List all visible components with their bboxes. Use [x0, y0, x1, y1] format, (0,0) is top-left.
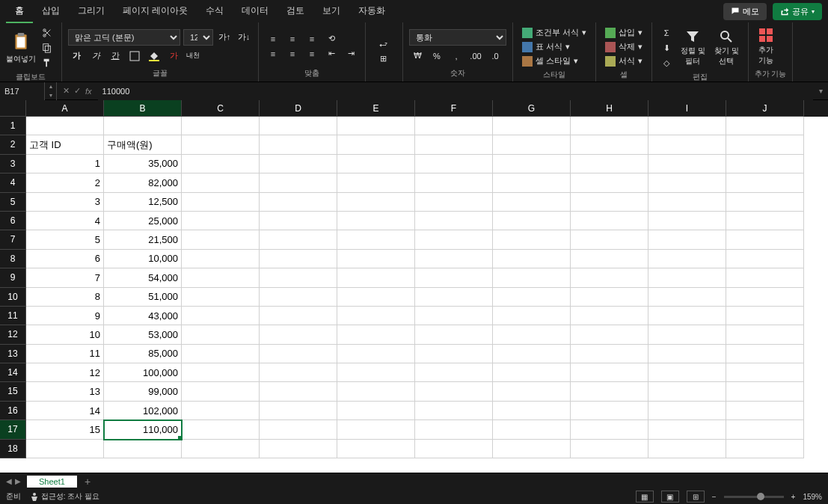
cell-B7[interactable]: 21,500: [104, 230, 182, 249]
cell-E3[interactable]: [337, 155, 415, 173]
cell-I12[interactable]: [648, 325, 726, 344]
cell-G18[interactable]: [493, 440, 571, 458]
cell-D12[interactable]: [260, 325, 337, 344]
addins-button[interactable]: 추가 기능: [755, 25, 777, 67]
cell-E12[interactable]: [337, 325, 415, 344]
cell-G7[interactable]: [493, 230, 571, 249]
cell-G9[interactable]: [493, 268, 571, 287]
cancel-formula-icon[interactable]: ✕: [63, 86, 70, 96]
cell-I9[interactable]: [648, 268, 726, 287]
cell-B15[interactable]: 99,000: [104, 382, 182, 401]
cell-C13[interactable]: [182, 345, 260, 363]
cell-J8[interactable]: [726, 250, 804, 268]
spreadsheet-grid[interactable]: ABCDEFGHIJ 123456789101112131415161718 고…: [0, 100, 828, 473]
cell-H13[interactable]: [571, 345, 648, 363]
sort-filter-button[interactable]: 정렬 및 필터: [678, 28, 708, 68]
cell-J3[interactable]: [726, 155, 804, 173]
cell-I15[interactable]: [648, 382, 726, 401]
underline-button[interactable]: 간: [107, 49, 123, 64]
share-button[interactable]: 공유 ▾: [773, 3, 822, 20]
cell-H5[interactable]: [571, 193, 648, 212]
zoom-slider[interactable]: [724, 496, 784, 498]
cell-E8[interactable]: [337, 250, 415, 268]
cell-C10[interactable]: [182, 288, 260, 307]
formula-input[interactable]: [98, 82, 813, 100]
cell-F10[interactable]: [415, 288, 493, 307]
cell-C5[interactable]: [182, 193, 260, 212]
decrease-decimal-button[interactable]: .0: [487, 49, 503, 64]
row-header-2[interactable]: 2: [0, 135, 26, 154]
cell-J12[interactable]: [726, 325, 804, 344]
cell-G11[interactable]: [493, 307, 571, 325]
paste-button[interactable]: 붙여넣기: [6, 31, 36, 64]
align-top-button[interactable]: ≡: [265, 31, 281, 46]
row-header-1[interactable]: 1: [0, 117, 26, 135]
name-box-stepper[interactable]: ▴▾: [45, 82, 57, 100]
cell-A8[interactable]: 6: [26, 250, 104, 268]
cell-G14[interactable]: [493, 363, 571, 382]
cell-J2[interactable]: [726, 135, 804, 154]
cell-B5[interactable]: 12,500: [104, 193, 182, 212]
cell-D11[interactable]: [260, 307, 337, 325]
find-select-button[interactable]: 찾기 및 선택: [711, 28, 742, 68]
cell-I13[interactable]: [648, 345, 726, 363]
format-painter-button[interactable]: [39, 55, 55, 70]
zoom-level[interactable]: 159%: [803, 493, 822, 501]
cell-F18[interactable]: [415, 440, 493, 458]
cell-G4[interactable]: [493, 173, 571, 192]
column-header-G[interactable]: G: [493, 100, 571, 117]
cell-I6[interactable]: [648, 212, 726, 230]
font-name-select[interactable]: 맑은 고딕 (본문): [68, 29, 180, 46]
cell-D1[interactable]: [260, 117, 337, 135]
cell-G3[interactable]: [493, 155, 571, 173]
select-all-corner[interactable]: [0, 100, 26, 117]
cell-E13[interactable]: [337, 345, 415, 363]
cell-I18[interactable]: [648, 440, 726, 458]
number-format-select[interactable]: 통화: [409, 29, 506, 46]
cell-E14[interactable]: [337, 363, 415, 382]
cell-A3[interactable]: 1: [26, 155, 104, 173]
column-header-D[interactable]: D: [260, 100, 337, 117]
cell-H18[interactable]: [571, 440, 648, 458]
row-header-14[interactable]: 14: [0, 363, 26, 382]
cell-C14[interactable]: [182, 363, 260, 382]
insert-cells-button[interactable]: 삽입 ▾: [602, 25, 645, 40]
row-header-5[interactable]: 5: [0, 193, 26, 212]
page-break-button[interactable]: ⊞: [687, 491, 705, 503]
bold-button[interactable]: 가: [68, 49, 85, 64]
cell-D10[interactable]: [260, 288, 337, 307]
cell-F16[interactable]: [415, 402, 493, 420]
cell-G5[interactable]: [493, 193, 571, 212]
cell-H17[interactable]: [571, 420, 648, 439]
cell-D16[interactable]: [260, 402, 337, 420]
formula-expand-button[interactable]: ▾: [813, 87, 828, 95]
fill-color-button[interactable]: [146, 49, 162, 64]
cell-B13[interactable]: 85,000: [104, 345, 182, 363]
cell-A2[interactable]: 고객 ID: [26, 135, 104, 154]
row-header-8[interactable]: 8: [0, 250, 26, 268]
cell-J11[interactable]: [726, 307, 804, 325]
cell-A6[interactable]: 4: [26, 212, 104, 230]
cell-B14[interactable]: 100,000: [104, 363, 182, 382]
cell-E15[interactable]: [337, 382, 415, 401]
cell-F7[interactable]: [415, 230, 493, 249]
cell-C9[interactable]: [182, 268, 260, 287]
cell-J1[interactable]: [726, 117, 804, 135]
cell-I1[interactable]: [648, 117, 726, 135]
add-sheet-button[interactable]: +: [77, 476, 98, 488]
cell-D18[interactable]: [260, 440, 337, 458]
cell-D9[interactable]: [260, 268, 337, 287]
cell-F5[interactable]: [415, 193, 493, 212]
cell-A5[interactable]: 3: [26, 193, 104, 212]
row-header-12[interactable]: 12: [0, 325, 26, 344]
cell-D6[interactable]: [260, 212, 337, 230]
name-box[interactable]: [0, 82, 45, 100]
cell-D4[interactable]: [260, 173, 337, 192]
cell-B1[interactable]: [104, 117, 182, 135]
cell-I14[interactable]: [648, 363, 726, 382]
cell-E1[interactable]: [337, 117, 415, 135]
cell-H11[interactable]: [571, 307, 648, 325]
sheet-prev-button[interactable]: ◀: [6, 477, 12, 485]
normal-view-button[interactable]: ▦: [636, 491, 654, 503]
cell-G10[interactable]: [493, 288, 571, 307]
